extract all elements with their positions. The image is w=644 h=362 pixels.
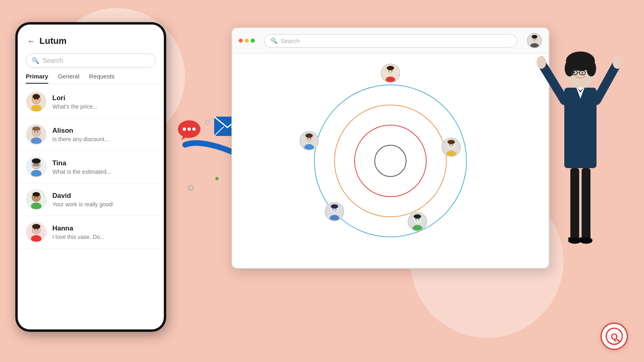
browser-search-bar[interactable]: 🔍 Search	[264, 34, 517, 47]
svg-point-78	[565, 57, 596, 88]
close-dot[interactable]	[239, 39, 243, 43]
svg-rect-95	[582, 168, 590, 241]
contact-name-tina: Tina	[52, 159, 156, 167]
phone-mockup: ← Lutum 🔍 Search Primary General Request…	[15, 22, 166, 332]
avatar-david	[26, 189, 47, 210]
svg-point-74	[414, 214, 421, 219]
svg-point-65	[449, 145, 450, 146]
contact-msg-alison: Is there any discount...	[52, 136, 156, 142]
phone-header: ← Lutum	[18, 25, 164, 50]
svg-point-80	[565, 60, 574, 76]
svg-point-36	[192, 128, 196, 131]
svg-point-31	[37, 229, 38, 230]
svg-point-29	[32, 224, 40, 229]
browser-user-avatar[interactable]	[527, 33, 542, 48]
svg-point-33	[178, 120, 200, 138]
svg-text:Q: Q	[611, 331, 617, 341]
contact-name-lori: Lori	[52, 94, 156, 102]
svg-point-2	[33, 94, 40, 99]
minimize-dot[interactable]	[245, 39, 249, 43]
browser-window-controls	[239, 39, 255, 43]
phone-screen: ← Lutum 🔍 Search Primary General Request…	[18, 25, 164, 329]
svg-rect-82	[572, 71, 577, 75]
contact-list: Lori What's the price...	[18, 86, 164, 329]
svg-point-24	[34, 197, 35, 198]
browser-mockup: 🔍 Search	[231, 27, 549, 269]
svg-point-96	[568, 237, 581, 244]
svg-point-3	[34, 99, 35, 100]
svg-rect-98	[568, 237, 571, 242]
svg-point-35	[188, 128, 191, 131]
svg-point-49	[532, 35, 537, 39]
contact-item-david[interactable]: David Your work is really good!	[18, 183, 164, 216]
contact-item-hanna[interactable]: Hanna I love this vase. Do...	[18, 216, 164, 249]
browser-toolbar: 🔍 Search	[232, 28, 549, 53]
deco-dot-2	[215, 177, 219, 180]
contact-item-lori[interactable]: Lori What's the price...	[18, 86, 164, 118]
diagram-avatar-top	[381, 64, 400, 83]
circle-ring-center	[374, 145, 407, 177]
contact-info-tina: Tina What is the estimated...	[52, 159, 156, 175]
svg-point-57	[386, 76, 395, 83]
svg-point-67	[446, 151, 456, 157]
diagram-avatar-right	[442, 138, 461, 157]
svg-point-76	[419, 219, 420, 220]
svg-point-51	[535, 38, 536, 39]
svg-point-86	[582, 72, 583, 74]
maximize-dot[interactable]	[251, 39, 255, 43]
avatar-alison	[26, 124, 47, 145]
svg-point-30	[34, 229, 35, 230]
svg-point-10	[37, 132, 38, 133]
tab-general[interactable]: General	[58, 73, 79, 84]
browser-search-placeholder: Search	[281, 37, 300, 44]
svg-point-64	[448, 140, 455, 144]
tab-primary[interactable]: Primary	[26, 73, 48, 84]
svg-point-9	[34, 132, 35, 133]
browser-content	[232, 53, 549, 268]
svg-marker-37	[181, 136, 187, 140]
svg-rect-99	[580, 237, 582, 242]
contact-name-alison: Alison	[52, 127, 156, 135]
svg-point-79	[566, 51, 595, 71]
svg-point-54	[387, 66, 394, 70]
phone-search-icon: 🔍	[32, 57, 39, 64]
svg-point-11	[31, 137, 41, 144]
svg-point-56	[391, 70, 392, 72]
svg-rect-94	[570, 168, 579, 241]
svg-line-91	[597, 64, 617, 101]
back-arrow-icon[interactable]: ←	[27, 37, 35, 46]
svg-point-52	[530, 43, 539, 48]
svg-point-61	[310, 138, 312, 139]
svg-point-69	[331, 204, 338, 209]
svg-point-14	[32, 158, 41, 164]
browser-search-icon: 🔍	[270, 37, 277, 44]
contact-name-hanna: Hanna	[52, 224, 156, 232]
phone-tabs: Primary General Requests	[18, 73, 164, 84]
contact-info-david: David Your work is really good!	[52, 192, 156, 208]
phone-search-bar[interactable]: 🔍 Search	[26, 53, 156, 68]
diagram-avatar-bottom-right	[408, 212, 427, 231]
svg-point-32	[31, 235, 41, 242]
svg-point-23	[33, 192, 40, 197]
tab-requests[interactable]: Requests	[89, 73, 114, 84]
svg-point-77	[413, 225, 422, 231]
contact-msg-tina: What is the estimated...	[52, 169, 156, 175]
contact-info-hanna: Hanna I love this vase. Do...	[52, 224, 156, 240]
contact-item-alison[interactable]: Alison Is there any discount...	[18, 118, 164, 151]
logo-badge[interactable]: Q	[601, 323, 628, 350]
avatar-tina	[26, 156, 47, 177]
svg-point-59	[305, 133, 313, 138]
svg-point-93	[613, 56, 622, 69]
svg-point-72	[330, 215, 339, 221]
svg-point-4	[37, 99, 38, 100]
contact-msg-lori: What's the price...	[52, 103, 156, 110]
svg-point-62	[304, 144, 314, 150]
svg-point-71	[336, 209, 337, 210]
svg-rect-87	[564, 88, 597, 168]
svg-point-70	[332, 209, 334, 210]
contact-item-tina[interactable]: Tina What is the estimated...	[18, 151, 164, 183]
svg-line-39	[214, 127, 224, 136]
svg-point-8	[32, 127, 40, 131]
svg-marker-88	[576, 88, 584, 99]
svg-marker-89	[577, 88, 584, 93]
